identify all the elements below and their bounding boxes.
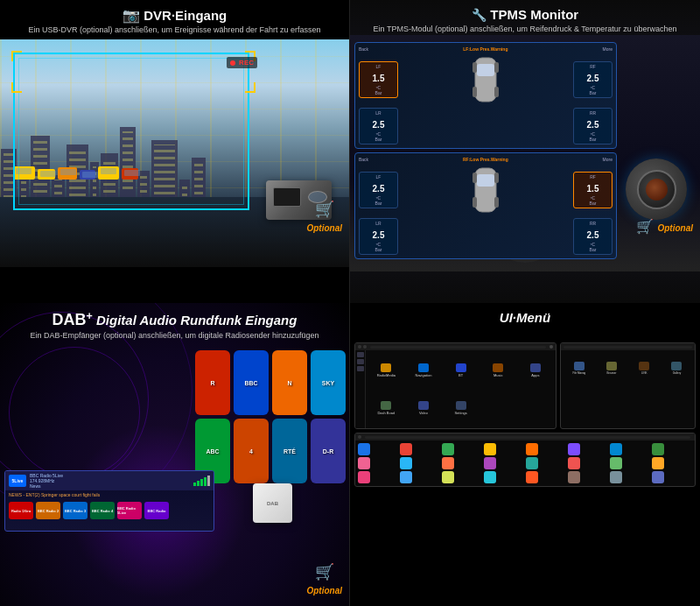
tpms-rf-2: RF 1.5 ºCBar: [573, 172, 612, 208]
app-icon-23[interactable]: [610, 471, 622, 483]
svg-rect-1: [472, 62, 477, 73]
tpms-screen-2-header: Back RF:Low Pres.Warning More: [359, 157, 612, 162]
dab-screen-logo: 5Live: [9, 475, 26, 487]
car-top-view-svg-1: [468, 53, 503, 106]
ui-menu-filemanager[interactable]: File Manag: [564, 353, 594, 384]
music-label: Music: [494, 373, 502, 377]
svg-rect-2: [494, 62, 499, 73]
rec-dot: [230, 60, 235, 66]
ui-sidebar-item: [357, 366, 364, 371]
app-icon-17[interactable]: [358, 471, 370, 483]
ui-menu-music[interactable]: Music: [480, 353, 516, 389]
ui-row-1: RadioMedia Navigation BT: [354, 342, 696, 429]
rec-label: REC: [239, 59, 254, 67]
gallery-label: Gallery: [673, 371, 682, 375]
app-icon-10[interactable]: [400, 457, 412, 469]
tpms-sensor-shape: [626, 159, 687, 220]
tpms-warning-1: LF:Low Pres.Warning: [463, 46, 508, 52]
tpms-car-icon-2: [401, 164, 570, 216]
navigation-icon: [418, 363, 429, 372]
svg-rect-7: [472, 173, 477, 183]
signal-bar: [193, 483, 196, 486]
svg-rect-4: [494, 87, 499, 97]
app-icon-8[interactable]: [652, 443, 664, 455]
ui-menu-bt[interactable]: BT: [443, 353, 479, 389]
tpms-readings-1: LF 1.5 ºCBar: [359, 53, 612, 106]
tpms-screen-1: Back LF:Low Pres.Warning More LF 1.5 ºCB…: [354, 42, 617, 149]
app-icon-16[interactable]: [652, 457, 664, 469]
tpms-readings-2: LF 2.5 ºCBar: [359, 164, 612, 216]
ui-menu-gallery[interactable]: Gallery: [662, 353, 692, 384]
ui-sidebar-item: [357, 359, 364, 364]
ui-screen-bar-2: [561, 343, 695, 350]
ui-menu-apps[interactable]: Apps: [518, 353, 554, 389]
dab-channel-1: Radio 1Xtra: [9, 502, 33, 519]
ui-menu-settings[interactable]: Settings: [443, 391, 479, 426]
ui-section: UI·Menü: [350, 303, 700, 606]
browser-label: Browser: [607, 371, 617, 375]
ui-menu-radiomedia[interactable]: RadioMedia: [368, 353, 404, 389]
corner-decoration-bl: [11, 82, 22, 93]
ui-menu-grid: RadioMedia Navigation BT: [366, 350, 556, 428]
app-icon-5[interactable]: [526, 443, 538, 455]
news-text: NEWS - ENT(2) Springer space court fight…: [5, 490, 214, 499]
app-icon-13[interactable]: [526, 457, 538, 469]
video-label: Video: [419, 411, 428, 415]
app-icon-11[interactable]: [442, 457, 454, 469]
ui-menu-navigation[interactable]: Navigation: [406, 353, 442, 389]
settings-label: Settings: [454, 411, 466, 415]
filemanager-icon: [574, 362, 584, 370]
tpms-description: Ein TPMS-Modul (optional) anschließen, u…: [354, 25, 696, 33]
link-label: LINK: [641, 371, 648, 375]
dab-screen-info: BBC Radio 5Live 174.928MHz News: [30, 473, 190, 489]
cart-icon: 🛒: [306, 200, 342, 219]
ui-menu-dashboad[interactable]: Dash Boad: [368, 391, 404, 426]
ui-menu-video[interactable]: Video: [406, 391, 442, 426]
dashboad-label: Dash Boad: [377, 411, 395, 415]
tpms-warning-2: RF:Low Pres.Warning: [463, 157, 508, 162]
app-icon-15[interactable]: [610, 457, 622, 469]
tpms-lf-2: LF 2.5 ºCBar: [359, 172, 398, 208]
corner-decoration-tl: [11, 51, 22, 61]
tpms-rr-2: RR 2.5 ºCBar: [573, 218, 612, 255]
app-icon-19[interactable]: [442, 471, 454, 483]
app-icon-20[interactable]: [484, 471, 496, 483]
app-icon-6[interactable]: [568, 443, 580, 455]
gallery-icon: [671, 362, 682, 370]
app-icon-1[interactable]: [358, 443, 370, 455]
dvr-camera-icon: 📷: [122, 8, 140, 23]
dab-optional-text: Optional: [306, 586, 342, 595]
radiomedia-label: RadioMedia: [377, 373, 396, 377]
app-icon-12[interactable]: [484, 457, 496, 469]
app-icon-4[interactable]: [484, 443, 496, 455]
tpms-lf-1: LF 1.5 ºCBar: [359, 61, 398, 98]
bt-icon: [456, 363, 466, 372]
tpms-section: 🔧 TPMS Monitor Ein TPMS-Modul (optional)…: [350, 0, 700, 303]
dab-logos-grid: R BBC N SKY ABC 4 RTÉ D-R: [192, 347, 349, 487]
ui-sidebar: [355, 350, 366, 428]
svg-rect-10: [494, 197, 499, 208]
app-icon-9[interactable]: [358, 457, 370, 469]
app-icon-2[interactable]: [400, 443, 412, 455]
ui-screens-container: RadioMedia Navigation BT: [354, 342, 696, 602]
app-icon-7[interactable]: [610, 443, 622, 455]
app-icon-18[interactable]: [400, 471, 412, 483]
tpms-lr-2: LR 2.5 ºCBar: [359, 218, 398, 255]
station-show: News: [30, 483, 190, 489]
app-icon-24[interactable]: [652, 471, 664, 483]
tpms-cart-icon: 🛒: [636, 219, 654, 234]
tpms-sensor-inner: [637, 170, 676, 209]
ui-menu-link[interactable]: LINK: [629, 353, 660, 384]
ui-dot: [550, 345, 553, 349]
dvr-optional-badge: 🛒 Optional: [306, 200, 342, 235]
app-icon-3[interactable]: [442, 443, 454, 455]
app-icon-21[interactable]: [526, 471, 538, 483]
app-icon-14[interactable]: [568, 457, 580, 469]
tpms-optional-text: Optional: [657, 223, 693, 233]
bt-label: BT: [458, 373, 463, 377]
ui-main-layout: RadioMedia Navigation BT: [355, 350, 556, 428]
app-icon-22[interactable]: [568, 471, 580, 483]
ui-menu-browser[interactable]: Browser: [596, 353, 626, 384]
dvr-description: Ein USB-DVR (optional) anschließen, um E…: [4, 25, 346, 34]
settings-icon: [456, 401, 466, 410]
